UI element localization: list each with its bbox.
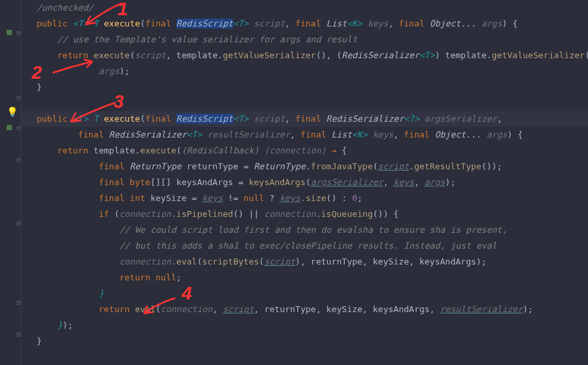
code-line: public <T> T execute(final RedisScript<T… [21, 16, 588, 32]
code-line: return null; [21, 270, 588, 286]
code-line: return template.execute((RedisCallback) … [21, 143, 588, 159]
code-line: // but this adds a sha1 to exec/closePip… [21, 238, 588, 254]
bulb-icon[interactable]: 💡 [5, 107, 18, 116]
code-line: // use the Template's value serializer f… [21, 32, 588, 48]
code-line: } [21, 79, 588, 95]
code-line: connection.eval(scriptBytes(script), ret… [21, 254, 588, 270]
code-line: if (connection.isPipelined() || connecti… [21, 206, 588, 222]
code-line: final byte[][] keysAndArgs = keysAndArgs… [21, 175, 588, 190]
code-line: return eval(connection, script, returnTy… [21, 302, 588, 317]
code-editor[interactable]: /unchecked/ public <T> T execute(final R… [21, 0, 588, 365]
code-line: return execute(script, template.getValue… [21, 48, 588, 63]
code-line: }); [21, 317, 588, 333]
code-line: // We could script load first and then d… [21, 222, 588, 238]
code-line: public <T> T execute(final RedisScript<T… [21, 111, 588, 127]
code-line: } [21, 286, 588, 302]
code-line [21, 95, 588, 111]
code-line: args); [21, 63, 588, 79]
code-line: /unchecked/ [21, 0, 588, 16]
code-line: final RedisSerializer<T> resultSerialize… [21, 127, 588, 143]
editor-gutter: ⊟ ⊟ 💡 ⊟ ⊟ ⊟ ⊟ ⊟ [0, 0, 21, 365]
code-line: final ReturnType returnType = ReturnType… [21, 159, 588, 175]
code-line: } [21, 333, 588, 349]
code-line: final int keySize = keys != null ? keys.… [21, 190, 588, 206]
